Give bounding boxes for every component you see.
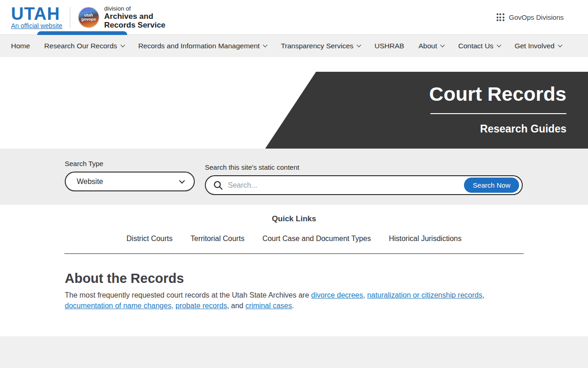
nav-item-ushrab[interactable]: USHRAB	[374, 42, 404, 50]
nav-item-research-our-records[interactable]: Research Our Records	[44, 42, 124, 50]
link-probate-records[interactable]: probate records	[175, 302, 227, 310]
paragraph-text: ,	[363, 291, 367, 299]
site-header: UTAH An official website utah govops div…	[0, 0, 588, 35]
paragraph-text: , and	[227, 302, 245, 310]
chevron-down-icon	[357, 43, 362, 47]
paragraph-text: .	[292, 302, 294, 310]
search-type-value: Website	[77, 178, 103, 186]
quick-links-row: District Courts Territorial Courts Court…	[0, 235, 588, 243]
division-prefix: division of	[104, 5, 165, 12]
utah-wordmark[interactable]: UTAH	[11, 6, 60, 22]
nav-label: Contact Us	[458, 42, 493, 50]
nav-label: USHRAB	[374, 42, 404, 50]
nav-item-contact-us[interactable]: Contact Us	[458, 42, 500, 50]
link-criminal-cases[interactable]: criminal cases	[245, 302, 292, 310]
nav-label: Transparency Services	[281, 42, 353, 50]
brand-group: UTAH An official website utah govops div…	[11, 5, 165, 29]
search-type-select[interactable]: Website	[65, 172, 195, 191]
site-search-group: Search this site's static content Search…	[205, 163, 523, 195]
nav-label: Records and Information Management	[138, 42, 260, 50]
chevron-down-icon	[558, 43, 562, 47]
link-naturalization-citizenship-records[interactable]: naturalization or citizenship records	[367, 291, 482, 299]
main-navigation: Home Research Our Records Records and In…	[0, 35, 588, 57]
nav-label: Home	[11, 42, 30, 50]
quick-links-heading: Quick Links	[0, 214, 588, 224]
site-search-box: Search Now	[205, 175, 523, 195]
quick-link-historical-jurisdictions[interactable]: Historical Jurisdictions	[389, 235, 461, 243]
chevron-down-icon	[441, 43, 445, 47]
search-icon	[213, 180, 223, 190]
govops-divisions-label: GovOps Divisions	[509, 13, 564, 21]
nav-item-about[interactable]: About	[418, 42, 444, 50]
division-name-line2: Records Service	[104, 21, 165, 29]
hero-banner: Court Records Research Guides	[0, 72, 588, 149]
chevron-down-icon	[120, 43, 125, 47]
division-title[interactable]: division of Archives and Records Service	[104, 5, 165, 29]
nav-label: About	[418, 42, 437, 50]
chevron-down-icon	[263, 43, 268, 47]
about-heading: About the Records	[65, 270, 464, 286]
nav-item-records-information-management[interactable]: Records and Information Management	[138, 42, 267, 50]
about-paragraph: The most frequently requested court reco…	[65, 290, 517, 311]
utah-gov-logo[interactable]: UTAH An official website	[11, 6, 62, 29]
division-name-line1: Archives and	[104, 12, 165, 21]
active-nav-indicator	[37, 31, 127, 35]
search-type-label: Search Type	[65, 160, 195, 167]
logo-circle-text-2: govops	[81, 17, 96, 22]
search-now-button[interactable]: Search Now	[464, 178, 519, 193]
quick-links-section: Quick Links District Courts Territorial …	[0, 205, 588, 254]
page-subtitle: Research Guides	[429, 123, 566, 135]
quick-link-territorial-courts[interactable]: Territorial Courts	[191, 235, 244, 243]
nav-item-transparency-services[interactable]: Transparency Services	[281, 42, 360, 50]
nav-item-home[interactable]: Home	[11, 42, 30, 50]
search-input[interactable]	[223, 181, 464, 190]
quick-link-court-case-document-types[interactable]: Court Case and Document Types	[262, 235, 371, 243]
govops-circle-logo-icon: utah govops	[78, 6, 100, 29]
nav-item-get-involved[interactable]: Get Involved	[514, 42, 561, 50]
page-title: Court Records	[429, 83, 566, 105]
govops-divisions-button[interactable]: GovOps Divisions	[497, 13, 564, 21]
hero-content: Court Records Research Guides	[429, 72, 566, 135]
apps-grid-icon	[497, 13, 504, 21]
nav-label: Research Our Records	[44, 42, 117, 50]
paragraph-text: ,	[482, 291, 484, 299]
quick-link-district-courts[interactable]: District Courts	[126, 235, 172, 243]
official-website-link[interactable]: An official website	[11, 22, 62, 29]
brand-divider	[70, 7, 70, 28]
search-band: Search Type Website Search this site's s…	[0, 149, 588, 205]
chevron-down-icon	[497, 43, 501, 47]
nav-label: Get Involved	[514, 42, 554, 50]
search-type-group: Search Type Website	[65, 160, 195, 191]
paragraph-text: The most frequently requested court reco…	[65, 291, 311, 299]
link-documentation-of-name-changes[interactable]: documentation of name changes,	[65, 302, 174, 310]
hero-divider	[430, 113, 566, 114]
about-section: About the Records The most frequently re…	[0, 254, 464, 311]
link-divorce-decrees[interactable]: divorce decrees	[311, 291, 363, 299]
footer-band	[0, 336, 588, 368]
site-search-label: Search this site's static content	[205, 163, 523, 171]
chevron-down-icon	[179, 178, 185, 184]
